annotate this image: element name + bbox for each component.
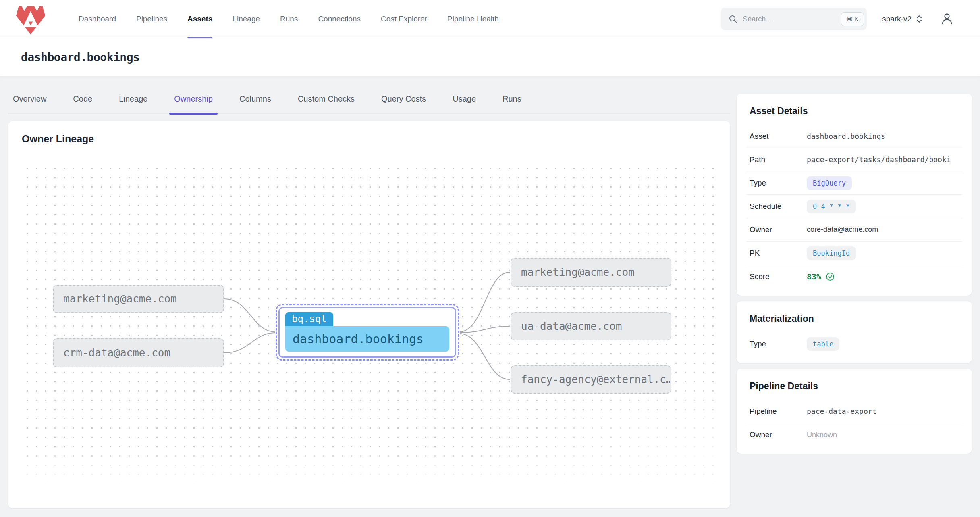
detail-row-pipeline: Pipeline pace-data-export: [746, 400, 962, 423]
nav-item-lineage[interactable]: Lineage: [222, 0, 270, 38]
tab-code[interactable]: Code: [68, 84, 97, 113]
user-icon: [941, 12, 953, 26]
detail-label: Path: [750, 155, 807, 164]
downstream-owner-node[interactable]: ua-data@acme.com: [511, 312, 671, 340]
detail-label: Pipeline: [750, 407, 807, 416]
nav-item-dashboard[interactable]: Dashboard: [69, 0, 126, 38]
detail-label: PK: [750, 249, 807, 258]
tab-runs[interactable]: Runs: [498, 84, 526, 113]
user-menu-button[interactable]: [938, 10, 956, 28]
detail-row-path: Path pace-export/tasks/dashboard/booki: [746, 148, 962, 171]
materialization-heading: Materialization: [750, 313, 962, 324]
main-column: Overview Code Lineage Ownership Columns …: [8, 77, 730, 508]
score-value-wrap: 83%: [807, 272, 835, 281]
detail-row-owner: Owner core-data@acme.com: [746, 218, 962, 242]
schedule-cron-badge: 0 4 * * *: [807, 200, 856, 213]
detail-row-score: Score 83%: [746, 265, 962, 288]
tab-usage[interactable]: Usage: [448, 84, 481, 113]
detail-label: Asset: [750, 132, 807, 141]
title-bar: dashboard.bookings: [0, 38, 980, 77]
detail-row-asset: Asset dashboard.bookings: [746, 125, 962, 148]
bruin-bear-logo-icon: [12, 2, 49, 35]
asset-details-heading: Asset Details: [750, 106, 962, 117]
asset-details-card: Asset Details Asset dashboard.bookings P…: [737, 94, 972, 296]
tab-ownership[interactable]: Ownership: [169, 84, 218, 113]
primary-key-badge: BookingId: [807, 246, 856, 260]
score-value: 83%: [807, 272, 821, 281]
detail-value: dashboard.bookings: [807, 132, 885, 140]
environment-selector[interactable]: spark-v2: [882, 14, 923, 24]
asset-tabs: Overview Code Lineage Ownership Columns …: [8, 85, 730, 114]
details-sidebar: Asset Details Asset dashboard.bookings P…: [737, 94, 972, 454]
bigquery-badge: BigQuery: [807, 176, 852, 190]
detail-label: Type: [750, 340, 807, 348]
content-area: Overview Code Lineage Ownership Columns …: [0, 77, 980, 508]
detail-row-pipeline-owner: Owner Unknown: [746, 423, 962, 446]
detail-row-schedule: Schedule 0 4 * * *: [746, 195, 962, 218]
tab-query-costs[interactable]: Query Costs: [376, 84, 431, 113]
verified-check-icon: [825, 272, 835, 281]
brand-logo-icon[interactable]: [11, 2, 50, 36]
search-box[interactable]: ⌘ K: [721, 8, 867, 30]
page-title: dashboard.bookings: [21, 51, 139, 64]
pipeline-details-card: Pipeline Details Pipeline pace-data-expo…: [737, 369, 972, 454]
downstream-owner-node[interactable]: fancy-agency@external.c…: [511, 365, 671, 394]
tab-columns[interactable]: Columns: [235, 84, 276, 113]
environment-value: spark-v2: [882, 15, 911, 23]
detail-row-mat-type: Type table: [746, 332, 962, 356]
navbar-right: ⌘ K spark-v2: [721, 8, 956, 30]
detail-value: pace-data-export: [807, 407, 876, 415]
lineage-canvas[interactable]: marketing@acme.com crm-data@acme.com bq.…: [22, 163, 716, 488]
downstream-owner-node[interactable]: marketing@acme.com: [511, 258, 671, 287]
chevron-up-down-icon: [916, 14, 923, 24]
tab-overview[interactable]: Overview: [8, 84, 51, 113]
owner-lineage-heading: Owner Lineage: [22, 133, 716, 145]
detail-row-pk: PK BookingId: [746, 242, 962, 265]
detail-row-type: Type BigQuery: [746, 171, 962, 195]
nav-item-pipeline-health[interactable]: Pipeline Health: [437, 0, 509, 38]
materialization-card: Materialization Type table: [737, 301, 972, 363]
focused-asset-node-body: bq.sql dashboard.bookings: [278, 307, 456, 358]
detail-value: Unknown: [807, 431, 837, 439]
upstream-owner-node[interactable]: marketing@acme.com: [53, 285, 224, 313]
detail-label: Schedule: [750, 202, 807, 211]
owner-lineage-card: Owner Lineage marketing@acme.com crm-dat…: [8, 121, 730, 508]
nav-item-runs[interactable]: Runs: [270, 0, 308, 38]
detail-value: pace-export/tasks/dashboard/booki: [807, 155, 951, 164]
nav-item-pipelines[interactable]: Pipelines: [126, 0, 177, 38]
detail-label: Score: [750, 272, 807, 281]
detail-label: Owner: [750, 430, 807, 439]
detail-label: Type: [750, 179, 807, 188]
nav-item-assets[interactable]: Assets: [177, 0, 222, 38]
tab-custom-checks[interactable]: Custom Checks: [293, 84, 359, 113]
pipeline-details-heading: Pipeline Details: [750, 381, 962, 392]
detail-label: Owner: [750, 225, 807, 234]
focused-asset-node[interactable]: bq.sql dashboard.bookings: [276, 304, 459, 361]
main-nav: Dashboard Pipelines Assets Lineage Runs …: [69, 0, 509, 38]
upstream-owner-node[interactable]: crm-data@acme.com: [53, 338, 224, 367]
asset-type-tag: bq.sql: [285, 312, 333, 326]
materialization-type-badge: table: [807, 337, 839, 351]
nav-item-connections[interactable]: Connections: [308, 0, 371, 38]
top-navbar: Dashboard Pipelines Assets Lineage Runs …: [0, 0, 980, 38]
detail-value: core-data@acme.com: [807, 225, 878, 234]
search-icon: [728, 14, 738, 24]
search-shortcut-kbd: ⌘ K: [841, 12, 864, 26]
search-input[interactable]: [743, 15, 836, 23]
tab-lineage[interactable]: Lineage: [114, 84, 152, 113]
focused-asset-label: dashboard.bookings: [285, 326, 449, 352]
nav-item-cost-explorer[interactable]: Cost Explorer: [371, 0, 437, 38]
